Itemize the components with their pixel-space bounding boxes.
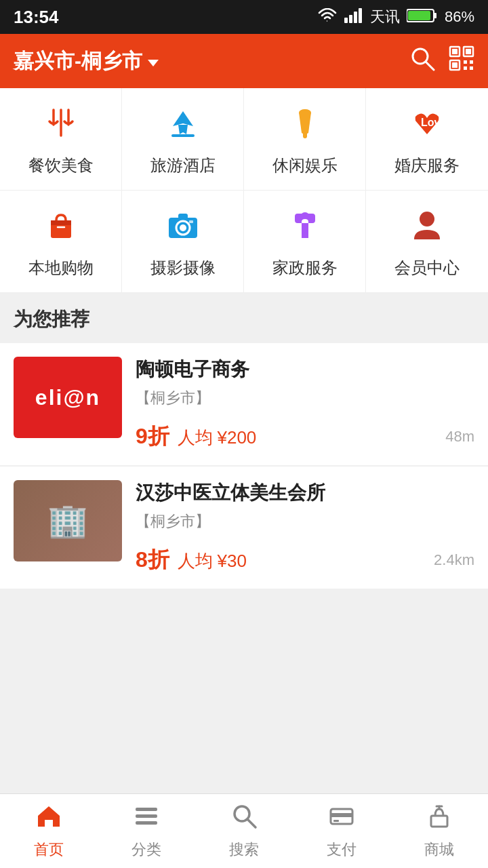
photo-icon [165,207,201,249]
nav-pay-label: 支付 [327,840,357,860]
homeservice-label: 家政服务 [272,257,338,279]
rec-price-label-1: 人均 [178,427,213,448]
rec-name-2: 汉莎中医立体美生会所 [136,480,474,506]
battery-icon [407,7,438,28]
rec-bottom-2: 8折 人均 ¥30 2.4km [136,545,474,575]
svg-rect-22 [171,134,195,137]
carrier-label: 天讯 [370,7,400,27]
rec-info-2: 汉莎中医立体美生会所 【桐乡市】 8折 人均 ¥30 2.4km [136,480,474,575]
svg-rect-42 [333,820,339,822]
rec-image-2: 🏢 [14,480,122,561]
category-homeservice[interactable]: 家政服务 [244,191,366,293]
category-grid: 餐饮美食 旅游酒店 休闲娱乐 [0,88,488,293]
svg-rect-0 [344,18,348,23]
svg-text:Love: Love [421,117,445,128]
shopping-label: 本地购物 [28,257,94,279]
rec-discount-2: 8折 [136,545,169,575]
travel-icon [165,104,201,146]
svg-rect-5 [434,13,436,18]
rec-price-currency-1: ¥ [217,427,226,448]
home-nav-icon [35,802,62,835]
recommendation-list: eli@n 陶顿电子商务 【桐乡市】 9折 人均 ¥200 48 [0,343,488,589]
main-content: 餐饮美食 旅游酒店 休闲娱乐 [0,88,488,665]
pay-nav-icon [328,802,355,835]
rec-price-currency-2: ¥ [217,551,226,571]
nav-category[interactable]: 分类 [98,802,195,860]
rec-location-1: 【桐乡市】 [136,388,474,408]
category-shopping[interactable]: 本地购物 [0,191,122,293]
svg-rect-18 [470,66,473,70]
rec-price-1: 人均 ¥200 [178,426,257,450]
category-photo[interactable]: 摄影摄像 [122,191,244,293]
mall-nav-icon [426,802,453,835]
rec-discount-1: 9折 [136,422,169,452]
svg-rect-41 [331,813,352,817]
svg-rect-1 [349,15,352,23]
wifi-icon [317,7,338,28]
battery-percent: 86% [445,8,474,26]
svg-rect-36 [136,814,157,818]
svg-rect-2 [354,12,357,23]
location-selector[interactable]: 嘉兴市-桐乡市 [14,47,159,75]
chevron-down-icon [148,50,159,73]
svg-rect-12 [466,49,471,54]
svg-line-39 [247,819,256,827]
rec-price-value-2: 30 [227,551,247,571]
category-member[interactable]: 会员中心 [366,191,488,293]
svg-line-8 [426,62,434,70]
svg-rect-43 [431,816,447,827]
svg-rect-37 [136,821,157,825]
rec-info-1: 陶顿电子商务 【桐乡市】 9折 人均 ¥200 48m [136,357,474,452]
search-icon[interactable] [409,45,435,77]
nav-mall-label: 商城 [424,840,454,860]
svg-rect-3 [359,8,362,23]
member-label: 会员中心 [394,257,460,279]
nav-home[interactable]: 首页 [0,802,98,860]
rec-distance-1: 48m [445,428,474,446]
svg-rect-24 [303,132,307,138]
rec-image-1: eli@n [14,357,122,438]
svg-rect-6 [408,11,430,20]
wedding-label: 婚庆服务 [394,155,460,176]
app-header: 嘉兴市-桐乡市 [0,34,488,88]
svg-rect-27 [51,220,71,225]
nav-home-label: 首页 [34,840,64,860]
homeservice-icon [287,207,323,249]
nav-pay[interactable]: 支付 [293,802,390,860]
rec-item-1[interactable]: eli@n 陶顿电子商务 【桐乡市】 9折 人均 ¥200 48 [0,343,488,465]
nav-category-label: 分类 [131,840,161,860]
svg-rect-10 [452,49,458,54]
category-food[interactable]: 餐饮美食 [0,88,122,191]
rec-name-1: 陶顿电子商务 [136,357,474,382]
qr-scan-icon[interactable] [449,45,474,77]
nav-mall[interactable]: 商城 [390,802,488,860]
food-label: 餐饮美食 [28,155,94,176]
bottom-navigation: 首页 分类 搜索 支付 [0,793,488,868]
status-icons: 天讯 86% [317,7,474,28]
category-nav-icon [133,802,160,835]
leisure-icon [287,104,323,146]
svg-rect-33 [189,220,193,223]
recommendation-section-title: 为您推荐 [0,293,488,343]
nav-search[interactable]: 搜索 [195,802,293,860]
svg-point-31 [180,224,186,231]
shopping-icon [43,207,79,249]
rec-location-2: 【桐乡市】 [136,511,474,532]
search-nav-icon [230,802,258,835]
category-leisure[interactable]: 休闲娱乐 [244,88,366,191]
status-time: 13:54 [14,7,59,28]
category-wedding[interactable]: Love 婚庆服务 [366,88,488,191]
photo-label: 摄影摄像 [150,257,216,279]
location-text: 嘉兴市-桐乡市 [14,47,142,75]
status-bar: 13:54 天讯 86% [0,0,488,34]
rec-item-2[interactable]: 🏢 汉莎中医立体美生会所 【桐乡市】 8折 人均 ¥30 2. [0,467,488,589]
svg-rect-35 [136,808,157,811]
food-icon [43,104,79,146]
rec-price-label-2: 人均 [178,551,213,571]
category-travel[interactable]: 旅游酒店 [122,88,244,191]
leisure-label: 休闲娱乐 [272,155,338,176]
travel-label: 旅游酒店 [150,155,216,176]
svg-rect-17 [464,66,467,70]
rec-price-value-1: 200 [227,427,256,448]
signal-icon [344,7,363,28]
